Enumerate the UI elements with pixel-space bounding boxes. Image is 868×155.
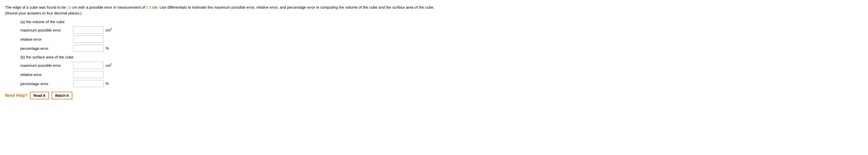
part-a-percentage-error-input[interactable] — [73, 45, 103, 52]
part-b-percentage-unit: % — [105, 82, 108, 86]
part-b-relative-error-row: relative error — [20, 71, 863, 78]
part-b-percentage-error-row: percentage error % — [20, 80, 863, 87]
need-help-section: Need Help? Read It Watch It — [5, 92, 863, 99]
value-05: 0.5 — [146, 5, 151, 9]
part-b-percentage-error-input[interactable] — [73, 80, 103, 87]
watch-it-button[interactable]: Watch It — [52, 92, 72, 99]
part-b-relative-error-label: relative error — [20, 72, 71, 77]
part-a-relative-error-row: relative error — [20, 35, 863, 43]
part-a-max-error-label: maximum possible error — [20, 28, 71, 32]
part-b-max-error-input[interactable] — [73, 62, 103, 69]
part-a-percentage-unit: % — [105, 46, 108, 50]
part-a-percentage-error-label: percentage error — [20, 46, 71, 51]
part-a-relative-error-input[interactable] — [73, 35, 103, 43]
part-b-section: (b) the surface area of the cube maximum… — [20, 55, 863, 87]
part-b-relative-error-input[interactable] — [73, 71, 103, 78]
problem-statement: The edge of a cube was found to be 15 cm… — [5, 5, 437, 16]
problem-text-after-15: cm with a possible error in measurement … — [71, 5, 146, 9]
read-it-button[interactable]: Read It — [30, 92, 49, 99]
part-a-relative-error-label: relative error — [20, 37, 71, 42]
part-b-max-error-label: maximum possible error — [20, 63, 71, 68]
part-a-title: (a) the volume of the cube — [20, 20, 863, 24]
need-help-label: Need Help? — [5, 93, 27, 98]
part-b-percentage-error-label: percentage error — [20, 82, 71, 86]
part-b-title: (b) the surface area of the cube — [20, 55, 863, 59]
part-b-max-error-unit: cm2 — [105, 63, 112, 68]
part-a-max-error-unit: cm3 — [105, 28, 112, 32]
part-a-section: (a) the volume of the cube maximum possi… — [20, 20, 863, 52]
problem-text-before-15: The edge of a cube was found to be — [5, 5, 67, 9]
part-a-max-error-row: maximum possible error cm3 — [20, 26, 863, 33]
part-a-percentage-error-row: percentage error % — [20, 45, 863, 52]
part-b-max-error-row: maximum possible error cm2 — [20, 62, 863, 69]
value-15: 15 — [67, 5, 71, 9]
part-a-max-error-input[interactable] — [73, 26, 103, 33]
